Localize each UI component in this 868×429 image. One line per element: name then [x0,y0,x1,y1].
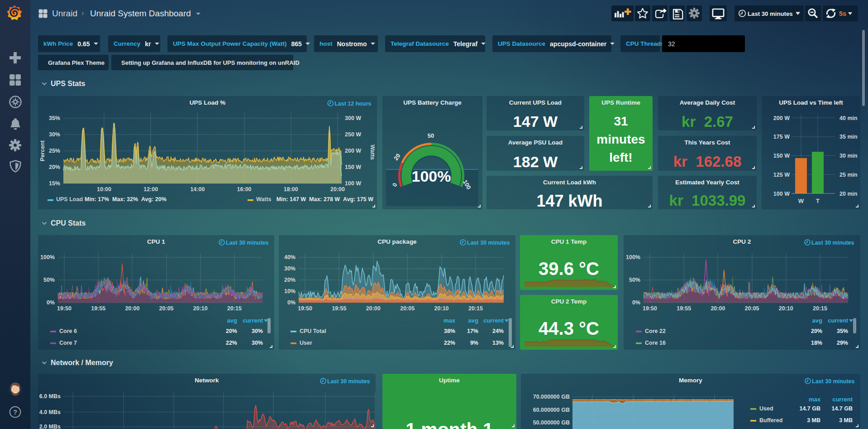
svg-text:6.0 MBs: 6.0 MBs [39,393,61,400]
svg-text:CPU Total: CPU Total [300,328,326,334]
svg-text:50%: 50% [43,277,55,283]
svg-text:Min: 17% Max: 32% Avg: 20%: Min: 17% Max: 32% Avg: 20% [85,196,167,202]
svg-text:4.0 MBs: 4.0 MBs [39,409,61,415]
svg-text:14.7 GB: 14.7 GB [799,405,820,412]
svg-text:Core 22: Core 22 [645,328,666,334]
svg-text:current: current [828,317,848,324]
svg-text:300 W: 300 W [345,115,361,121]
svg-text:Core 16: Core 16 [645,340,666,346]
svg-text:20:15: 20:15 [227,305,242,312]
svg-text:20:05: 20:05 [745,305,759,312]
svg-text:14.7 GB: 14.7 GB [831,405,853,412]
svg-text:5s: 5s [839,10,846,17]
svg-text:Core 7: Core 7 [59,340,77,346]
svg-text:70.000000 GB: 70.000000 GB [533,394,570,400]
svg-text:100%: 100% [626,254,640,260]
svg-text:20:00: 20:00 [366,305,381,312]
svg-text:13%: 13% [492,340,504,346]
svg-text:max: max [444,317,456,324]
svg-text:30%: 30% [252,328,263,334]
svg-text:19:50: 19:50 [57,305,72,312]
svg-text:60.000000 GB: 60.000000 GB [533,407,570,413]
svg-text:30 min: 30 min [839,153,858,159]
svg-text:50.000000 GB: 50.000000 GB [533,419,570,426]
svg-text:22%: 22% [226,340,237,346]
svg-text:20:10: 20:10 [193,305,208,312]
svg-text:avg: avg [468,317,478,324]
svg-text:14:00: 14:00 [190,186,205,193]
svg-text:40 min: 40 min [839,115,858,121]
svg-text:20:00: 20:00 [125,305,139,312]
svg-text:2.0 MBs: 2.0 MBs [39,424,61,429]
svg-text:20:15: 20:15 [468,305,483,312]
svg-text:avg: avg [227,317,237,324]
svg-text:16:00: 16:00 [237,186,252,193]
svg-text:W: W [798,198,804,204]
svg-text:30%: 30% [284,265,296,272]
svg-text:0%: 0% [287,299,296,306]
svg-text:200 W: 200 W [345,148,361,154]
svg-text:?: ? [13,408,17,416]
svg-text:50%: 50% [629,277,640,283]
svg-text:38%: 38% [444,328,455,334]
svg-text:100%: 100% [412,168,451,185]
svg-text:19:50: 19:50 [298,305,312,312]
svg-text:19:55: 19:55 [677,305,691,312]
svg-text:100 W: 100 W [345,180,361,187]
svg-text:20 min: 20 min [839,191,858,197]
svg-text:150 W: 150 W [773,153,790,159]
svg-text:0%: 0% [47,299,55,306]
svg-text:0%: 0% [632,299,640,306]
svg-text:35 min: 35 min [839,134,858,140]
svg-text:100%: 100% [40,254,55,260]
svg-text:20:15: 20:15 [813,305,827,312]
svg-text:Watts: Watts [256,196,272,202]
svg-text:T: T [816,198,820,204]
svg-text:Core 6: Core 6 [59,328,77,334]
svg-text:18:00: 18:00 [284,186,298,193]
svg-text:10%: 10% [284,288,296,294]
svg-text:40%: 40% [284,254,296,260]
svg-text:3 MB: 3 MB [839,417,853,424]
svg-text:20%: 20% [49,164,60,170]
svg-text:max: max [809,396,821,403]
svg-text:250 W: 250 W [345,131,361,138]
svg-text:22%: 22% [444,340,455,346]
svg-text:current: current [483,317,504,324]
svg-text:20%: 20% [811,328,822,334]
svg-text:20:00: 20:00 [711,305,725,312]
svg-text:19:50: 19:50 [643,305,657,312]
svg-text:10:00: 10:00 [97,186,111,193]
svg-text:30%: 30% [49,131,60,138]
svg-text:3 MB: 3 MB [807,417,820,424]
svg-text:24%: 24% [492,328,504,334]
svg-text:20:10: 20:10 [434,305,449,312]
svg-text:Min: 147 W Max: 278 W Avg: 1: Min: 147 W Max: 278 W Avg: 175 W [277,196,373,202]
svg-text:20:05: 20:05 [159,305,174,312]
svg-text:current: current [243,317,263,324]
svg-text:Watts: Watts [369,145,376,160]
svg-text:18%: 18% [811,340,822,346]
svg-text:20: 20 [392,152,402,161]
svg-text:User: User [300,340,312,346]
svg-text:200 W: 200 W [773,115,790,121]
svg-text:175 W: 175 W [773,134,790,140]
svg-text:12:00: 12:00 [143,186,158,193]
svg-text:20%: 20% [226,328,237,334]
svg-text:Last 30 minutes: Last 30 minutes [748,10,793,17]
svg-text:125 W: 125 W [773,172,790,178]
svg-text:50: 50 [428,132,434,139]
svg-text:17%: 17% [467,328,478,334]
svg-text:20:00: 20:00 [330,186,345,193]
svg-text:100 W: 100 W [773,191,790,197]
svg-text:Used: Used [759,405,773,412]
svg-text:29%: 29% [837,340,848,346]
svg-text:Buffered: Buffered [759,417,782,424]
svg-text:19:55: 19:55 [332,305,346,312]
svg-text:25 min: 25 min [839,172,858,178]
svg-text:19:55: 19:55 [91,305,105,312]
svg-text:35%: 35% [49,115,60,121]
svg-text:avg: avg [812,317,822,324]
svg-text:Percent: Percent [39,140,46,161]
svg-text:30%: 30% [252,340,263,346]
